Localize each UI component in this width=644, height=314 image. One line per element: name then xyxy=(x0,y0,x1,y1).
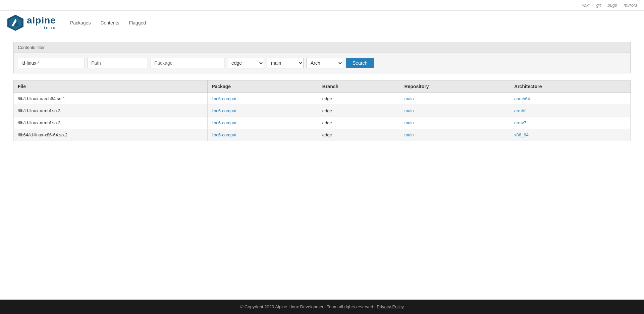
cell-package: libc6-compat xyxy=(208,117,318,129)
path-search-input[interactable] xyxy=(88,58,148,68)
package-link[interactable]: libc6-compat xyxy=(212,132,236,137)
table-row: /lib/ld-linux-armhf.so.3libc6-compatedge… xyxy=(14,105,631,117)
results-table: File Package Branch Repository Architect… xyxy=(13,80,631,141)
cell-branch: edge xyxy=(318,129,400,141)
cell-repository: main xyxy=(400,105,510,117)
search-button[interactable]: Search xyxy=(346,58,374,68)
table-row: /lib64/ld-linux-x86-64.so.2libc6-compate… xyxy=(14,129,631,141)
cell-repository: main xyxy=(400,129,510,141)
contents-filter-box: Contents filter edge v3.18 v3.17 v3.16 m… xyxy=(13,42,631,73)
main-nav: Packages Contents Flagged xyxy=(66,18,150,27)
cell-repository: main xyxy=(400,93,510,105)
table-row: /lib/ld-linux-armhf.so.3libc6-compatedge… xyxy=(14,117,631,129)
cell-package: libc6-compat xyxy=(208,129,318,141)
cell-file: /lib/ld-linux-armhf.so.3 xyxy=(14,105,208,117)
footer: © Copyright 2020 Alpine Linux Developmen… xyxy=(0,300,644,314)
cell-file: /lib/ld-linux-armhf.so.3 xyxy=(14,117,208,129)
logo-linux-text: Linux xyxy=(27,25,56,30)
logo-nav-bar: alpine Linux Packages Contents Flagged xyxy=(0,11,644,35)
package-search-input[interactable] xyxy=(151,58,224,68)
repository-link[interactable]: main xyxy=(404,132,414,137)
git-link[interactable]: git xyxy=(596,3,601,8)
filter-row: edge v3.18 v3.17 v3.16 main community te… xyxy=(14,53,630,73)
package-link[interactable]: libc6-compat xyxy=(212,108,236,113)
cell-architecture: armv7 xyxy=(510,117,631,129)
topbar-links: wiki git bugs mirrors xyxy=(582,3,637,8)
logo-text: alpine Linux xyxy=(27,16,56,30)
col-repository: Repository xyxy=(400,80,510,93)
logo-alpine-text: alpine xyxy=(27,16,56,25)
bugs-link[interactable]: bugs xyxy=(607,3,617,8)
nav-packages[interactable]: Packages xyxy=(66,18,95,27)
col-file: File xyxy=(14,80,208,93)
cell-file: /lib/ld-linux-aarch64.so.1 xyxy=(14,93,208,105)
logo-link[interactable]: alpine Linux xyxy=(7,14,56,32)
col-architecture: Architecture xyxy=(510,80,631,93)
cell-architecture: aarch64 xyxy=(510,93,631,105)
cell-branch: edge xyxy=(318,93,400,105)
col-branch: Branch xyxy=(318,80,400,93)
filter-title: Contents filter xyxy=(14,42,630,53)
cell-file: /lib64/ld-linux-x86-64.so.2 xyxy=(14,129,208,141)
cell-branch: edge xyxy=(318,117,400,129)
architecture-link[interactable]: armhf xyxy=(514,108,525,113)
main-content: Contents filter edge v3.18 v3.17 v3.16 m… xyxy=(0,35,644,300)
branch-select[interactable]: edge v3.18 v3.17 v3.16 xyxy=(227,58,264,68)
architecture-link[interactable]: x86_64 xyxy=(514,132,529,137)
arch-select[interactable]: Arch x86_64 x86 aarch64 armhf armv7 ppc6… xyxy=(306,58,343,68)
architecture-link[interactable]: aarch64 xyxy=(514,96,530,101)
repository-link[interactable]: main xyxy=(404,108,414,113)
cell-package: libc6-compat xyxy=(208,105,318,117)
cell-branch: edge xyxy=(318,105,400,117)
footer-text: © Copyright 2020 Alpine Linux Developmen… xyxy=(240,304,377,309)
mirrors-link[interactable]: mirrors xyxy=(624,3,637,8)
architecture-link[interactable]: armv7 xyxy=(514,120,526,125)
table-row: /lib/ld-linux-aarch64.so.1libc6-compated… xyxy=(14,93,631,105)
nav-contents[interactable]: Contents xyxy=(96,18,123,27)
repository-link[interactable]: main xyxy=(404,96,414,101)
cell-architecture: x86_64 xyxy=(510,129,631,141)
repo-select[interactable]: main community testing xyxy=(267,58,304,68)
table-header-row: File Package Branch Repository Architect… xyxy=(14,80,631,93)
cell-repository: main xyxy=(400,117,510,129)
file-search-input[interactable] xyxy=(18,58,85,68)
repository-link[interactable]: main xyxy=(404,120,414,125)
cell-package: libc6-compat xyxy=(208,93,318,105)
nav-flagged[interactable]: Flagged xyxy=(125,18,150,27)
package-link[interactable]: libc6-compat xyxy=(212,96,236,101)
col-package: Package xyxy=(208,80,318,93)
package-link[interactable]: libc6-compat xyxy=(212,120,236,125)
cell-architecture: armhf xyxy=(510,105,631,117)
alpine-logo-icon xyxy=(7,14,24,32)
wiki-link[interactable]: wiki xyxy=(582,3,590,8)
privacy-policy-link[interactable]: Privacy Policy xyxy=(377,304,404,309)
